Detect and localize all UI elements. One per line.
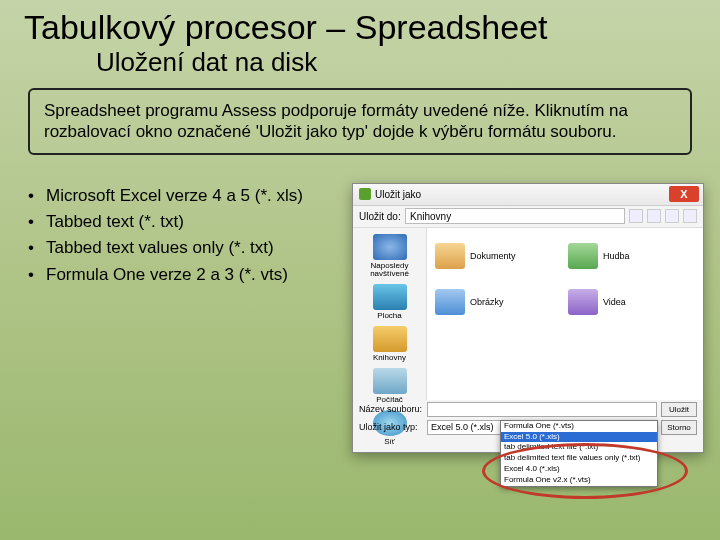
places-sidebar: Naposledy navštívené Plocha Knihovny Poč… — [353, 228, 427, 400]
description-text: Spreadsheet programu Assess podporuje fo… — [44, 101, 628, 141]
dropdown-option[interactable]: tab delimited text file (*.txt) — [501, 442, 657, 453]
documents-icon — [435, 243, 465, 269]
library-label: Hudba — [603, 251, 630, 261]
bullet-icon — [28, 183, 46, 209]
back-icon[interactable] — [629, 209, 643, 223]
library-item-music[interactable]: Hudba — [568, 236, 695, 276]
filetype-dropdown[interactable]: Formula One (*.vts) Excel 5.0 (*.xls) ta… — [500, 420, 658, 487]
library-item-videos[interactable]: Videa — [568, 282, 695, 322]
option-label: Formula One (*.vts) — [504, 421, 574, 430]
dropdown-option[interactable]: Formula One v2.x (*.vts) — [501, 475, 657, 486]
sidebar-item-libraries[interactable]: Knihovny — [373, 326, 407, 362]
page-title: Tabulkový procesor – Spreadsheet — [0, 0, 720, 47]
list-item-label: Tabbed text (*. txt) — [46, 209, 184, 235]
save-in-row: Uložit do: Knihovny — [353, 206, 703, 228]
option-label: tab delimited text file values only (*.t… — [504, 453, 641, 462]
folder-icon — [373, 326, 407, 352]
slide: Tabulkový procesor – Spreadsheet Uložení… — [0, 0, 720, 540]
format-list: Microsoft Excel verze 4 a 5 (*. xls) Tab… — [28, 183, 348, 288]
dropdown-option[interactable]: Formula One (*.vts) — [501, 421, 657, 432]
description-box: Spreadsheet programu Assess podporuje fo… — [28, 88, 692, 155]
option-label: tab delimited text file (*.txt) — [504, 442, 598, 451]
filetype-label: Uložit jako typ: — [359, 422, 423, 432]
bullet-icon — [28, 262, 46, 288]
list-item-label: Formula One verze 2 a 3 (*. vts) — [46, 262, 288, 288]
filename-row: Název souboru: Uložit — [359, 402, 697, 417]
sidebar-item-computer[interactable]: Počítač — [373, 368, 407, 404]
recent-icon — [373, 234, 407, 260]
bullet-icon — [28, 209, 46, 235]
filename-input[interactable] — [427, 402, 657, 417]
library-label: Obrázky — [470, 297, 504, 307]
save-in-combo[interactable]: Knihovny — [405, 208, 625, 224]
list-item: Tabbed text (*. txt) — [28, 209, 348, 235]
page-subtitle: Uložení dat na disk — [0, 47, 720, 84]
videos-icon — [568, 289, 598, 315]
list-item: Tabbed text values only (*. txt) — [28, 235, 348, 261]
filetype-value: Excel 5.0 (*.xls) — [431, 422, 494, 432]
cancel-button-label: Storno — [667, 423, 691, 432]
sidebar-item-recent[interactable]: Naposledy navštívené — [355, 234, 424, 278]
dialog-body: Naposledy navštívené Plocha Knihovny Poč… — [353, 228, 703, 400]
save-as-dialog: Uložit jako X Uložit do: Knihovny Naposl… — [352, 183, 704, 453]
list-item: Microsoft Excel verze 4 a 5 (*. xls) — [28, 183, 348, 209]
save-button[interactable]: Uložit — [661, 402, 697, 417]
save-button-label: Uložit — [669, 405, 689, 414]
content-area: Microsoft Excel verze 4 a 5 (*. xls) Tab… — [0, 183, 720, 483]
sidebar-item-label: Naposledy navštívené — [355, 262, 424, 278]
sidebar-item-label: Plocha — [377, 312, 401, 320]
up-icon[interactable] — [647, 209, 661, 223]
new-folder-icon[interactable] — [665, 209, 679, 223]
save-in-value: Knihovny — [410, 211, 451, 222]
music-icon — [568, 243, 598, 269]
computer-icon — [373, 368, 407, 394]
option-label: Formula One v2.x (*.vts) — [504, 475, 591, 484]
close-icon: X — [680, 188, 687, 200]
list-item-label: Microsoft Excel verze 4 a 5 (*. xls) — [46, 183, 303, 209]
option-label: Excel 4.0 (*.xls) — [504, 464, 560, 473]
filename-label: Název souboru: — [359, 404, 423, 414]
dialog-title: Uložit jako — [375, 189, 421, 200]
app-icon — [359, 188, 371, 200]
option-label: Excel 5.0 (*.xls) — [504, 432, 560, 441]
sidebar-item-label: Knihovny — [373, 354, 406, 362]
close-button[interactable]: X — [669, 186, 699, 202]
dialog-titlebar: Uložit jako X — [353, 184, 703, 206]
view-menu-icon[interactable] — [683, 209, 697, 223]
desktop-icon — [373, 284, 407, 310]
library-label: Videa — [603, 297, 626, 307]
cancel-button[interactable]: Storno — [661, 420, 697, 435]
sidebar-item-desktop[interactable]: Plocha — [373, 284, 407, 320]
sidebar-item-label: Síť — [384, 438, 395, 446]
dropdown-option[interactable]: Excel 4.0 (*.xls) — [501, 464, 657, 475]
pictures-icon — [435, 289, 465, 315]
library-label: Dokumenty — [470, 251, 516, 261]
save-dialog-screenshot: Uložit jako X Uložit do: Knihovny Naposl… — [352, 183, 704, 483]
list-item: Formula One verze 2 a 3 (*. vts) — [28, 262, 348, 288]
list-item-label: Tabbed text values only (*. txt) — [46, 235, 274, 261]
save-in-label: Uložit do: — [359, 211, 401, 222]
library-item-documents[interactable]: Dokumenty — [435, 236, 562, 276]
bullet-icon — [28, 235, 46, 261]
dropdown-option[interactable]: tab delimited text file values only (*.t… — [501, 453, 657, 464]
file-pane[interactable]: Dokumenty Hudba Obrázky Videa — [427, 228, 703, 400]
dropdown-option[interactable]: Excel 5.0 (*.xls) — [501, 432, 657, 443]
library-item-pictures[interactable]: Obrázky — [435, 282, 562, 322]
